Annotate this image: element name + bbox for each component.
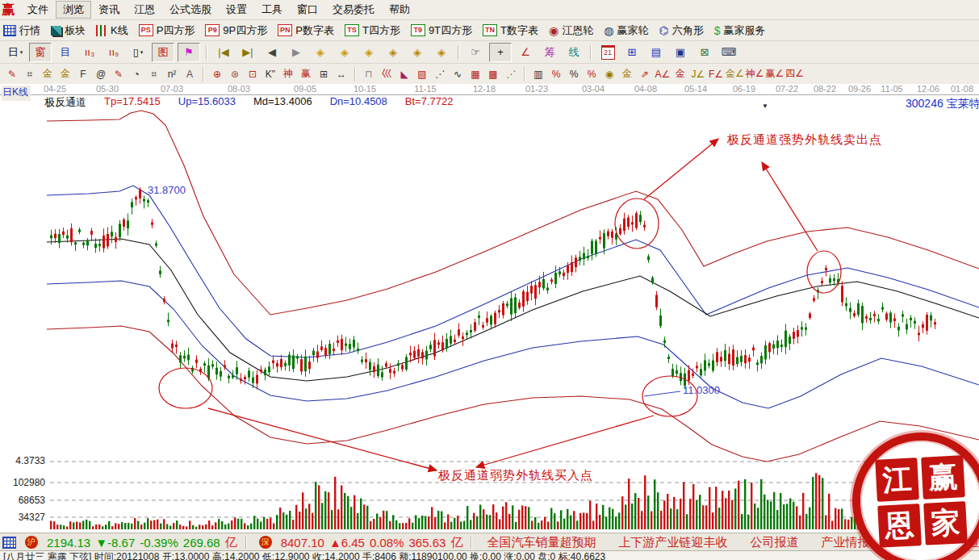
tools-export[interactable]: ⊠ <box>694 44 715 61</box>
candle-style[interactable]: ▯▾ <box>128 44 149 61</box>
spiral[interactable]: @ <box>93 66 109 81</box>
app-9p-square[interactable]: P99P四方形 <box>205 23 267 38</box>
wave-tool[interactable]: 线 <box>563 44 584 61</box>
shen-angle[interactable]: 神∠ <box>746 66 764 81</box>
menu-5[interactable]: 设置 <box>219 1 254 19</box>
bars-3[interactable]: ıı₃ <box>79 44 100 61</box>
gold-ruler-a[interactable]: 金 <box>40 66 56 81</box>
save[interactable]: ▣ <box>670 44 691 61</box>
app-winner-service[interactable]: $赢家服务 <box>714 23 766 38</box>
fan-rays[interactable]: 巛 <box>379 66 395 81</box>
price-scale[interactable]: ▥ <box>530 66 546 81</box>
menu-7[interactable]: 窗口 <box>290 1 325 19</box>
info-panel[interactable]: 目 <box>55 44 76 61</box>
menu-9[interactable]: 帮助 <box>382 1 417 19</box>
gann-diamond-3[interactable]: ◈ <box>358 44 379 61</box>
fan-grid[interactable]: ▧ <box>414 66 430 81</box>
hand-tool[interactable]: ☞ <box>465 44 486 61</box>
ray-lines[interactable]: ⋰ <box>432 66 448 81</box>
app-9t-square[interactable]: T99T四方形 <box>411 23 472 38</box>
a-angle[interactable]: A∠ <box>655 66 671 81</box>
gold-angle[interactable]: 金∠ <box>726 66 744 81</box>
red-brush[interactable]: ✎ <box>111 66 127 81</box>
bars-9[interactable]: ıı₉ <box>103 44 124 61</box>
notes[interactable]: ▤ <box>646 44 667 61</box>
quotes-grid-icon[interactable] <box>2 537 16 549</box>
grid-123[interactable]: ⊞ <box>316 66 332 81</box>
menu-8[interactable]: 交易委托 <box>325 1 382 19</box>
ticker-item-2[interactable]: 公司报道 <box>750 535 798 550</box>
j-angle[interactable]: J∠ <box>690 66 706 81</box>
gold-ruler-b[interactable]: 金 <box>57 66 73 81</box>
calendar[interactable]: 21 <box>597 44 618 61</box>
app-p-table[interactable]: PNP数字表 <box>278 23 334 38</box>
brush[interactable]: ✎ <box>4 66 20 81</box>
f-angle[interactable]: F∠ <box>708 66 724 81</box>
first-page[interactable]: |◀ <box>213 44 234 61</box>
gann-diamond-5[interactable]: ◈ <box>407 44 428 61</box>
app-t-table[interactable]: TNT数字表 <box>483 23 538 38</box>
flag-marker[interactable]: ⚑ <box>178 43 200 62</box>
red-grid-a[interactable]: ▦ <box>467 66 483 81</box>
app-gann-wheel[interactable]: ◉江恩轮 <box>549 23 593 38</box>
frame-tool[interactable]: ⊓ <box>361 66 377 81</box>
gold-circle[interactable]: ◉ <box>601 66 617 81</box>
menu-6[interactable]: 工具 <box>254 1 290 19</box>
percent-red[interactable]: % <box>548 66 564 81</box>
app-kline[interactable]: K线 <box>96 23 128 38</box>
ying-gauge[interactable]: 赢 <box>298 66 314 81</box>
si-angle[interactable]: 四∠ <box>785 66 804 81</box>
menu-2[interactable]: 资讯 <box>91 1 127 19</box>
ying-angle[interactable]: 赢∠ <box>766 66 784 81</box>
gold-box[interactable]: 金 <box>672 66 688 81</box>
app-t-square[interactable]: TST四方形 <box>345 23 400 38</box>
workstation[interactable]: ⌨ <box>718 44 739 61</box>
next-bar[interactable]: ▶ <box>286 44 307 61</box>
gann-diamond-6[interactable]: ◈ <box>431 44 452 61</box>
red-grid-b[interactable]: ▩ <box>485 66 501 81</box>
app-sectors[interactable]: 板块 <box>51 23 86 38</box>
ruler-grid[interactable]: ⌗ <box>22 66 38 81</box>
k-double[interactable]: K" <box>262 66 278 81</box>
circle-gauge[interactable]: ◔ <box>128 66 144 81</box>
chevron-down-icon[interactable]: ▼ <box>762 102 768 110</box>
percent-line[interactable]: % <box>584 66 600 81</box>
gold-underline[interactable]: 金 <box>619 66 635 81</box>
crosshair-tool[interactable]: + <box>489 43 512 62</box>
gann-diamond-4[interactable]: ◈ <box>383 44 404 61</box>
n-square[interactable]: n² <box>164 66 180 81</box>
app-p-square[interactable]: PSP四方形 <box>139 23 195 38</box>
width-measure[interactable]: ↔ <box>333 66 349 81</box>
menu-0[interactable]: 文件 <box>20 1 56 19</box>
gann-diamond-2[interactable]: ◈ <box>334 44 355 61</box>
sh-index-quote[interactable]: 沪 2194.13 ▼-8.67 -0.39% 269.68亿 <box>21 535 237 550</box>
star-circle[interactable]: ⊛ <box>227 66 243 81</box>
chart-canvas[interactable] <box>0 84 979 533</box>
calculator[interactable]: ⊞ <box>621 44 642 61</box>
stock-code-label[interactable]: 300246 宝莱特 <box>906 97 979 111</box>
chips-tool[interactable]: 筹 <box>539 44 560 61</box>
ruler-plain[interactable]: ⌗ <box>146 66 162 81</box>
prev-bar[interactable]: ◀ <box>261 44 282 61</box>
menu-4[interactable]: 公式选股 <box>162 1 219 19</box>
target-circle[interactable]: ⊕ <box>209 66 225 81</box>
pattern-window[interactable]: 窗 <box>29 43 52 62</box>
app-quotes[interactable]: 行情 <box>3 23 40 38</box>
app-hexagon[interactable]: ⌬六角形 <box>659 23 703 38</box>
angle-tool[interactable]: ∠ <box>515 44 536 61</box>
wave-v[interactable]: ∿ <box>450 66 466 81</box>
chart-pattern[interactable]: 图 <box>152 43 174 62</box>
last-page[interactable]: ▶| <box>237 44 258 61</box>
ticker-item-1[interactable]: 上下游产业链迎丰收 <box>618 535 727 550</box>
ticker-item-0[interactable]: 全国汽车销量超预期 <box>487 535 596 550</box>
grid-circle[interactable]: ⊡ <box>245 66 261 81</box>
menu-3[interactable]: 江恩 <box>127 1 162 19</box>
text-note[interactable]: A <box>182 66 198 81</box>
app-winner-wheel[interactable]: ◍赢家轮 <box>604 23 648 38</box>
fan-box[interactable]: ◣ <box>396 66 412 81</box>
period-day[interactable]: 日▾ <box>5 44 26 61</box>
gann-diamond-1[interactable]: ◈ <box>310 44 331 61</box>
sz-index-quote[interactable]: 深 8407.10 ▲6.45 0.08% 365.63亿 <box>255 535 463 550</box>
percent-plain[interactable]: % <box>566 66 582 81</box>
f-ruler[interactable]: F <box>75 66 91 81</box>
